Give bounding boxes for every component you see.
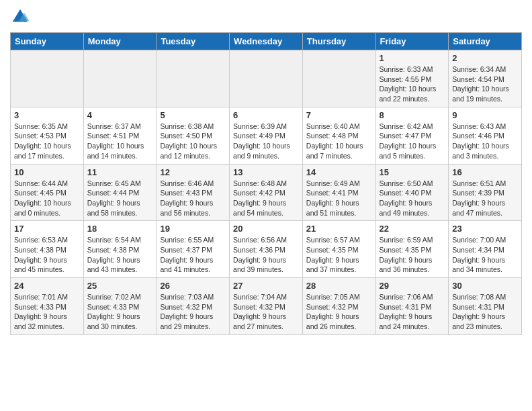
day-number: 5 <box>160 110 226 120</box>
day-info-line: Sunrise: 6:37 AM <box>87 122 141 130</box>
day-cell: 13Sunrise: 6:48 AMSunset: 4:42 PMDayligh… <box>230 164 303 221</box>
column-header-thursday: Thursday <box>302 33 375 50</box>
day-info-line: Daylight: 9 hours and 29 minutes. <box>160 312 213 330</box>
day-cell: 23Sunrise: 7:00 AMSunset: 4:34 PMDayligh… <box>449 221 522 278</box>
week-row-3: 10Sunrise: 6:44 AMSunset: 4:45 PMDayligh… <box>11 164 522 221</box>
day-cell: 27Sunrise: 7:04 AMSunset: 4:32 PMDayligh… <box>230 278 303 335</box>
day-info-line: Daylight: 10 hours and 5 minutes. <box>380 142 437 160</box>
day-info: Sunrise: 6:43 AMSunset: 4:46 PMDaylight:… <box>452 122 518 161</box>
day-info: Sunrise: 7:04 AMSunset: 4:32 PMDaylight:… <box>233 292 299 332</box>
day-info-line: Sunset: 4:37 PM <box>160 246 212 254</box>
day-cell: 21Sunrise: 6:57 AMSunset: 4:35 PMDayligh… <box>302 221 375 278</box>
day-info-line: Sunrise: 7:00 AM <box>452 236 506 244</box>
day-info: Sunrise: 6:44 AMSunset: 4:45 PMDaylight:… <box>14 179 80 218</box>
day-cell: 14Sunrise: 6:49 AMSunset: 4:41 PMDayligh… <box>302 164 375 221</box>
day-cell: 4Sunrise: 6:37 AMSunset: 4:51 PMDaylight… <box>83 107 157 164</box>
day-number: 8 <box>380 110 445 120</box>
column-header-tuesday: Tuesday <box>157 33 230 50</box>
day-number: 11 <box>87 167 153 177</box>
day-info-line: Sunset: 4:38 PM <box>87 246 140 254</box>
day-info-line: Sunrise: 7:08 AM <box>452 293 506 301</box>
day-info-line: Sunset: 4:49 PM <box>233 132 285 140</box>
day-number: 25 <box>87 281 153 291</box>
day-info-line: Sunrise: 6:35 AM <box>14 122 68 130</box>
day-number: 27 <box>233 281 299 291</box>
day-info-line: Sunrise: 6:51 AM <box>452 179 506 187</box>
day-number: 19 <box>160 224 226 234</box>
day-info-line: Sunrise: 6:38 AM <box>160 122 214 130</box>
day-info-line: Sunset: 4:32 PM <box>233 303 285 311</box>
day-info-line: Sunrise: 6:48 AM <box>233 179 287 187</box>
day-number: 2 <box>452 53 518 63</box>
day-info-line: Sunset: 4:33 PM <box>87 303 140 311</box>
day-cell: 12Sunrise: 6:46 AMSunset: 4:43 PMDayligh… <box>157 164 230 221</box>
day-cell: 24Sunrise: 7:01 AMSunset: 4:33 PMDayligh… <box>11 278 84 335</box>
day-info: Sunrise: 7:05 AMSunset: 4:32 PMDaylight:… <box>306 292 372 332</box>
day-cell: 28Sunrise: 7:05 AMSunset: 4:32 PMDayligh… <box>302 278 375 335</box>
day-info-line: Daylight: 9 hours and 47 minutes. <box>452 199 505 217</box>
day-number: 17 <box>14 224 80 234</box>
day-info-line: Sunrise: 6:34 AM <box>452 65 506 73</box>
day-info: Sunrise: 7:02 AMSunset: 4:33 PMDaylight:… <box>87 292 153 332</box>
day-info: Sunrise: 6:35 AMSunset: 4:53 PMDaylight:… <box>14 122 80 161</box>
day-info-line: Sunrise: 6:54 AM <box>87 236 141 244</box>
day-info: Sunrise: 6:46 AMSunset: 4:43 PMDaylight:… <box>160 179 226 218</box>
day-info: Sunrise: 7:08 AMSunset: 4:31 PMDaylight:… <box>452 292 518 332</box>
day-info-line: Daylight: 9 hours and 26 minutes. <box>306 312 359 330</box>
calendar-container: SundayMondayTuesdayWednesdayThursdayFrid… <box>0 0 532 342</box>
day-info-line: Sunrise: 6:45 AM <box>87 179 141 187</box>
day-info-line: Daylight: 10 hours and 7 minutes. <box>306 142 363 160</box>
day-info-line: Sunrise: 6:56 AM <box>233 236 287 244</box>
day-info-line: Sunset: 4:38 PM <box>14 246 66 254</box>
day-info-line: Sunrise: 7:03 AM <box>160 293 214 301</box>
day-info-line: Sunset: 4:42 PM <box>233 189 285 197</box>
day-info-line: Daylight: 9 hours and 43 minutes. <box>87 256 140 274</box>
day-cell <box>230 50 303 107</box>
day-info-line: Sunrise: 6:57 AM <box>306 236 360 244</box>
day-number: 1 <box>380 53 445 63</box>
day-info-line: Daylight: 9 hours and 49 minutes. <box>380 199 433 217</box>
day-info-line: Sunset: 4:32 PM <box>306 303 359 311</box>
day-info-line: Daylight: 10 hours and 22 minutes. <box>380 85 437 103</box>
day-cell: 6Sunrise: 6:39 AMSunset: 4:49 PMDaylight… <box>230 107 303 164</box>
day-info: Sunrise: 6:49 AMSunset: 4:41 PMDaylight:… <box>306 179 372 218</box>
day-info: Sunrise: 6:39 AMSunset: 4:49 PMDaylight:… <box>233 122 299 161</box>
day-info-line: Daylight: 9 hours and 37 minutes. <box>306 256 359 274</box>
day-info-line: Daylight: 10 hours and 17 minutes. <box>14 142 71 160</box>
day-info-line: Sunrise: 7:02 AM <box>87 293 141 301</box>
day-number: 15 <box>380 167 445 177</box>
day-cell <box>302 50 375 107</box>
day-info-line: Daylight: 9 hours and 36 minutes. <box>380 256 433 274</box>
day-cell: 7Sunrise: 6:40 AMSunset: 4:48 PMDaylight… <box>302 107 375 164</box>
column-header-friday: Friday <box>375 33 449 50</box>
day-cell: 30Sunrise: 7:08 AMSunset: 4:31 PMDayligh… <box>449 278 522 335</box>
day-cell: 25Sunrise: 7:02 AMSunset: 4:33 PMDayligh… <box>83 278 157 335</box>
day-info-line: Sunrise: 6:40 AM <box>306 122 360 130</box>
day-info: Sunrise: 6:45 AMSunset: 4:44 PMDaylight:… <box>87 179 153 218</box>
day-info-line: Sunrise: 6:44 AM <box>14 179 68 187</box>
day-info: Sunrise: 7:01 AMSunset: 4:33 PMDaylight:… <box>14 292 80 332</box>
day-info: Sunrise: 6:38 AMSunset: 4:50 PMDaylight:… <box>160 122 226 161</box>
day-cell: 1Sunrise: 6:33 AMSunset: 4:55 PMDaylight… <box>375 50 449 107</box>
day-info-line: Sunset: 4:43 PM <box>160 189 212 197</box>
day-info: Sunrise: 6:34 AMSunset: 4:54 PMDaylight:… <box>452 64 518 104</box>
day-info-line: Daylight: 10 hours and 12 minutes. <box>160 142 217 160</box>
day-number: 30 <box>452 281 518 291</box>
day-cell: 22Sunrise: 6:59 AMSunset: 4:35 PMDayligh… <box>375 221 449 278</box>
day-number: 6 <box>233 110 299 120</box>
day-info-line: Sunset: 4:46 PM <box>452 132 504 140</box>
day-cell: 26Sunrise: 7:03 AMSunset: 4:32 PMDayligh… <box>157 278 230 335</box>
day-cell: 18Sunrise: 6:54 AMSunset: 4:38 PMDayligh… <box>83 221 157 278</box>
header <box>10 7 522 27</box>
day-info: Sunrise: 7:03 AMSunset: 4:32 PMDaylight:… <box>160 292 226 332</box>
day-number: 16 <box>452 167 518 177</box>
day-info: Sunrise: 6:55 AMSunset: 4:37 PMDaylight:… <box>160 235 226 275</box>
day-info-line: Sunset: 4:41 PM <box>306 189 359 197</box>
day-info: Sunrise: 6:33 AMSunset: 4:55 PMDaylight:… <box>380 64 445 104</box>
day-info: Sunrise: 6:59 AMSunset: 4:35 PMDaylight:… <box>380 235 445 275</box>
day-info-line: Sunrise: 6:50 AM <box>380 179 433 187</box>
day-info-line: Daylight: 10 hours and 9 minutes. <box>233 142 290 160</box>
day-info-line: Sunset: 4:45 PM <box>14 189 66 197</box>
day-number: 12 <box>160 167 226 177</box>
day-info-line: Daylight: 10 hours and 3 minutes. <box>452 142 509 160</box>
